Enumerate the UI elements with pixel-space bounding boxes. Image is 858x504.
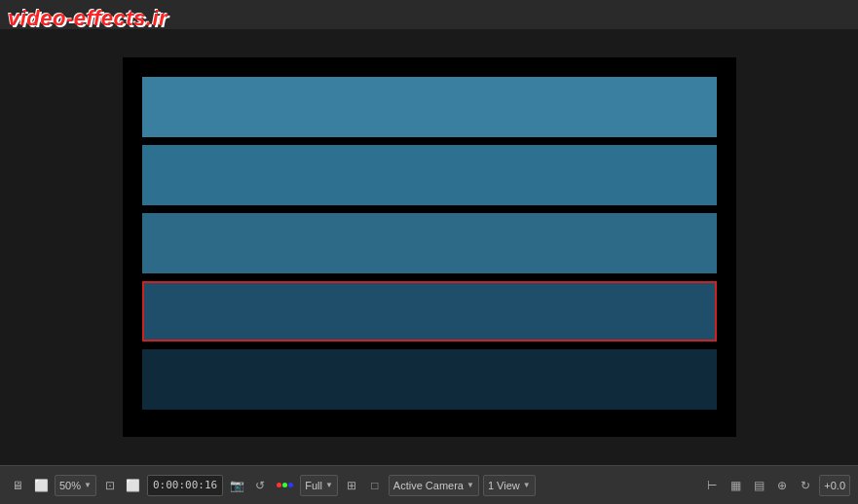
camera-view-chevron-icon: ▼	[466, 481, 474, 489]
zoom-chevron-icon: ▼	[84, 481, 92, 489]
bars-container	[123, 57, 736, 437]
view-count-value: 1 View	[488, 480, 520, 491]
rotate-btn[interactable]: ↻	[796, 477, 815, 494]
frame-btn[interactable]: ⬜	[124, 477, 143, 494]
expand-btn[interactable]: ⊡	[100, 477, 120, 494]
camera-view-value: Active Camera	[393, 480, 464, 491]
zoom-value: 50%	[59, 480, 81, 491]
watermark-text: video-effects.ir	[8, 6, 168, 31]
frame-icon: ⬜	[127, 479, 140, 492]
viewer-canvas	[123, 57, 736, 437]
color-bar-2	[142, 145, 717, 205]
display-icon-btn[interactable]: ⬜	[31, 477, 51, 494]
color-bar-3	[142, 213, 717, 273]
person-icon: ⊕	[775, 479, 789, 492]
display-icon: ⬜	[34, 479, 48, 492]
camera-view-dropdown[interactable]: Active Camera ▼	[389, 475, 479, 496]
viewer-container	[0, 29, 858, 465]
rotate-icon: ↻	[799, 479, 812, 492]
view-count-dropdown[interactable]: 1 View ▼	[483, 475, 536, 496]
right-icon-1-btn[interactable]: ⊢	[702, 477, 722, 494]
chart-icon: ▦	[728, 479, 742, 492]
monitor-icon: 🖥	[11, 479, 24, 492]
grid-btn[interactable]: ⊞	[342, 477, 361, 494]
refresh-btn[interactable]: ↺	[250, 477, 270, 494]
multicolor-icon	[277, 483, 293, 487]
expand-icon: ⊡	[103, 479, 117, 492]
chart2-icon: ▤	[752, 479, 765, 492]
multicolor-btn[interactable]	[274, 481, 296, 489]
color-bar-1	[142, 77, 717, 137]
camera-btn[interactable]: 📷	[227, 477, 246, 494]
quality-value: Full	[305, 480, 322, 491]
bottom-toolbar: 🖥 ⬜ 50% ▼ ⊡ ⬜ 0:00:00:16 📷 ↺ Full ▼	[0, 465, 858, 504]
right-icon-2-btn[interactable]: ▦	[726, 477, 745, 494]
quality-chevron-icon: ▼	[325, 481, 333, 489]
trim-icon: ⊢	[705, 479, 719, 492]
square-icon: □	[368, 479, 382, 492]
right-icon-3-btn[interactable]: ▤	[749, 477, 768, 494]
offset-value: +0.0	[824, 480, 845, 491]
timecode-display[interactable]: 0:00:00:16	[147, 475, 223, 496]
color-bar-5	[142, 349, 717, 410]
refresh-icon: ↺	[253, 479, 267, 492]
grid-icon: ⊞	[345, 479, 358, 492]
view-count-chevron-icon: ▼	[523, 481, 531, 489]
square-btn[interactable]: □	[365, 477, 385, 494]
offset-display[interactable]: +0.0	[819, 475, 850, 496]
quality-dropdown[interactable]: Full ▼	[300, 475, 338, 496]
camera-icon: 📷	[230, 479, 243, 492]
monitor-icon-btn[interactable]: 🖥	[8, 477, 27, 494]
color-bar-4-selected[interactable]	[142, 281, 717, 342]
zoom-dropdown[interactable]: 50% ▼	[55, 475, 96, 496]
right-icon-4-btn[interactable]: ⊕	[772, 477, 792, 494]
